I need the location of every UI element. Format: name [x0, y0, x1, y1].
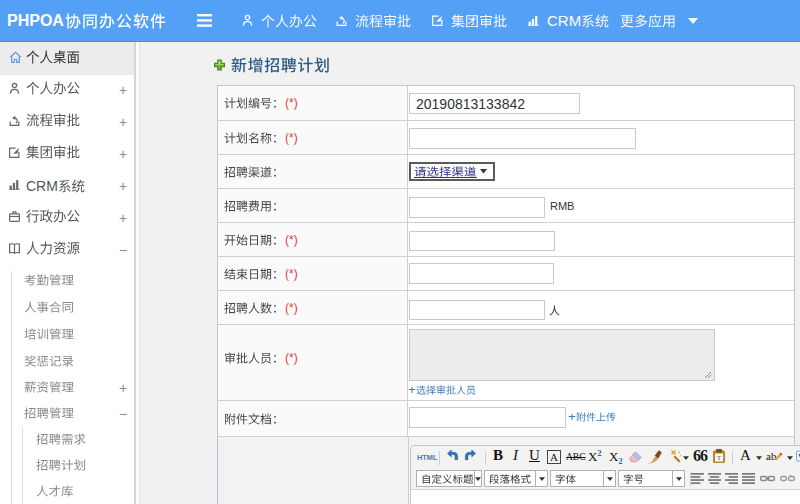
svg-text:T: T	[717, 454, 721, 461]
